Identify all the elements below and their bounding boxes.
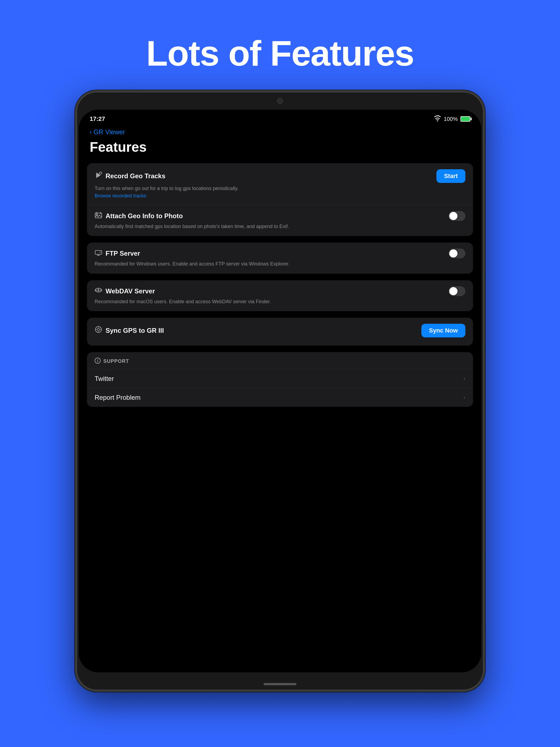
ftp-server-title: FTP Server [105, 250, 140, 257]
support-label: Support [103, 358, 129, 364]
webdav-server-toggle-knob [449, 287, 457, 295]
screen-content: 17:27 100% ‹ GR V [79, 110, 481, 672]
webdav-server-row: WebDAV Server Recommanded for macOS user… [87, 280, 473, 311]
record-geo-tracks-icon [95, 172, 102, 181]
back-label: GR Viewer [94, 128, 125, 136]
svg-point-7 [97, 328, 100, 331]
ftp-server-row: FTP Server Recommanded for Windows users… [87, 242, 473, 274]
device-screen: 17:27 100% ‹ GR V [79, 110, 481, 672]
support-report-chevron-icon: › [463, 394, 465, 401]
record-geo-tracks-link[interactable]: Browse recorded tracks [95, 193, 465, 199]
record-geo-tracks-header: Record Geo Tracks Start [95, 169, 465, 183]
support-twitter-label: Twitter [95, 375, 114, 383]
svg-rect-3 [95, 251, 102, 254]
support-section: Support Twitter › Report Problem › [87, 352, 473, 407]
battery-percent: 100% [444, 116, 458, 122]
webdav-server-section: WebDAV Server Recommanded for macOS user… [87, 280, 473, 311]
attach-geo-info-icon [95, 211, 102, 221]
record-geo-tracks-row: Record Geo Tracks Start Turn on this whe… [87, 163, 473, 205]
support-twitter-chevron-icon: › [463, 375, 465, 382]
status-bar: 17:27 100% [79, 110, 481, 126]
svg-point-0 [100, 172, 102, 174]
device-camera [277, 98, 283, 104]
sync-gps-section: Sync GPS to GR III Sync Now [87, 318, 473, 345]
attach-geo-info-title: Attach Geo Info to Photo [105, 212, 183, 220]
attach-geo-info-title-group: Attach Geo Info to Photo [95, 211, 183, 221]
support-report-row[interactable]: Report Problem › [87, 388, 473, 407]
sync-gps-icon [95, 326, 102, 335]
attach-geo-info-toggle[interactable] [449, 211, 465, 221]
device-mockup: 17:27 100% ‹ GR V [75, 90, 485, 692]
webdav-server-toggle[interactable] [449, 286, 465, 296]
webdav-server-title-group: WebDAV Server [95, 286, 155, 296]
screen-title: Features [79, 138, 481, 163]
support-report-label: Report Problem [95, 394, 141, 402]
battery-icon [460, 116, 470, 122]
nav-back[interactable]: ‹ GR Viewer [79, 126, 481, 138]
record-geo-tracks-title-group: Record Geo Tracks [95, 172, 166, 181]
sync-gps-row: Sync GPS to GR III Sync Now [87, 318, 473, 345]
back-chevron-icon: ‹ [90, 128, 92, 136]
home-indicator [263, 683, 297, 685]
support-header: Support [87, 352, 473, 369]
attach-geo-info-row: Attach Geo Info to Photo Automatically f… [87, 205, 473, 236]
ftp-server-section: FTP Server Recommanded for Windows users… [87, 242, 473, 274]
attach-geo-info-toggle-knob [449, 212, 457, 220]
wifi-icon [434, 115, 441, 123]
record-geo-tracks-start-button[interactable]: Start [436, 169, 465, 183]
support-icon [95, 358, 101, 365]
status-right: 100% [434, 115, 470, 123]
webdav-server-title: WebDAV Server [105, 287, 155, 295]
sync-gps-header: Sync GPS to GR III Sync Now [95, 324, 465, 337]
svg-point-4 [100, 252, 101, 253]
sync-gps-title: Sync GPS to GR III [105, 327, 164, 334]
ftp-server-toggle[interactable] [449, 249, 465, 258]
attach-geo-info-desc: Automatically find matched gps location … [95, 223, 465, 230]
page-headline: Lots of Features [0, 0, 560, 74]
record-geo-tracks-title: Record Geo Tracks [105, 172, 166, 180]
ftp-server-desc: Recommanded for Windows users. Enable an… [95, 261, 465, 267]
ftp-server-toggle-knob [449, 249, 457, 258]
svg-rect-1 [95, 213, 102, 218]
webdav-server-header: WebDAV Server [95, 286, 465, 296]
status-time: 17:27 [90, 115, 105, 123]
svg-point-9 [97, 359, 98, 360]
device-frame: 17:27 100% ‹ GR V [75, 90, 485, 692]
sync-gps-title-group: Sync GPS to GR III [95, 326, 164, 335]
webdav-server-icon [95, 286, 102, 296]
ftp-server-title-group: FTP Server [95, 249, 140, 258]
record-geo-tracks-desc: Turn on this when go out for a trip to l… [95, 185, 465, 192]
ftp-server-icon [95, 249, 102, 258]
ftp-server-header: FTP Server [95, 249, 465, 258]
sync-gps-button[interactable]: Sync Now [422, 324, 465, 337]
support-twitter-row[interactable]: Twitter › [87, 369, 473, 388]
webdav-server-desc: Recommanded for macOS users. Enable and … [95, 298, 465, 305]
attach-geo-info-header: Attach Geo Info to Photo [95, 211, 465, 221]
record-geo-tracks-section: Record Geo Tracks Start Turn on this whe… [87, 163, 473, 236]
